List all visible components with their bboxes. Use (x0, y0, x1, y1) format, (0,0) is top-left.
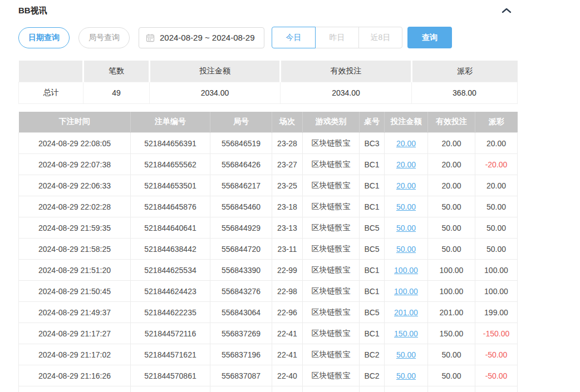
summary-header-row: 笔数 投注金额 有效投注 派彩 (19, 61, 518, 82)
last-8-days-button[interactable]: 近8日 (358, 27, 402, 48)
cell-round-id: 556844929 (210, 217, 272, 239)
cell-round-id: 556846426 (210, 154, 272, 175)
cell-table-no: BC1 (360, 281, 385, 302)
table-row: 2024-08-29 21:59:35521844640641556844929… (19, 217, 518, 239)
cell-round-id: 556837269 (210, 323, 272, 344)
today-button[interactable]: 今日 (272, 27, 316, 48)
cell-game-type: 区块链骰宝 (303, 365, 360, 386)
search-button[interactable]: 查询 (407, 27, 452, 48)
cell-bet-amount: 201.00 (385, 302, 428, 323)
bet-amount-link[interactable]: 50.00 (396, 202, 416, 211)
cell-game-type: 区块链骰宝 (303, 302, 360, 323)
summary-total-payout: 368.00 (412, 82, 518, 103)
bet-amount-link[interactable]: 100.00 (394, 266, 418, 275)
cell-session: 22-96 (272, 302, 303, 323)
cell-valid-bet: 150.00 (428, 323, 475, 344)
cell-valid-bet: 20.00 (428, 175, 475, 196)
cell-valid-bet: 100.00 (428, 281, 475, 302)
records-header-valid-bet: 有效投注 (428, 112, 475, 133)
date-range-input[interactable]: 2024-08-29 ~ 2024-08-29 (139, 27, 264, 48)
cell-bet-id: 521844638442 (131, 239, 210, 260)
round-query-tab[interactable]: 局号查询 (78, 27, 130, 48)
bet-amount-link[interactable]: 100.00 (394, 287, 418, 296)
records-header-row: 下注时间 注单编号 局号 场次 游戏类别 桌号 投注金额 有效投注 派彩 (19, 112, 518, 133)
table-row: 2024-08-29 21:49:37521844622235556843064… (19, 302, 518, 323)
quick-range-group: 今日 昨日 近8日 (272, 27, 402, 48)
cell-round-id: 556846519 (210, 133, 272, 154)
table-row: 2024-08-29 21:17:02521844571621556837196… (19, 344, 518, 365)
cell-time: 2024-08-29 21:16:26 (19, 365, 131, 386)
cell-table-no: BC1 (360, 260, 385, 281)
table-row-partial (19, 386, 518, 392)
summary-total-count: 49 (83, 82, 150, 103)
cell-bet-id: 521844625534 (131, 260, 210, 281)
bet-amount-link[interactable]: 50.00 (396, 371, 416, 380)
table-row: 2024-08-29 21:58:25521844638442556844720… (19, 239, 518, 260)
cell-time: 2024-08-29 22:07:38 (19, 154, 131, 175)
cell-bet-id: 521844645876 (131, 196, 210, 217)
cell-bet-amount: 50.00 (385, 365, 428, 386)
bet-amount-link[interactable]: 20.00 (396, 139, 416, 148)
cell-game-type: 区块链骰宝 (303, 154, 360, 175)
records-header-time: 下注时间 (19, 112, 131, 133)
summary-total-valid-bet: 2034.00 (281, 82, 412, 103)
calendar-icon (146, 33, 155, 42)
cell-valid-bet (428, 386, 475, 392)
cell-session: 22-40 (272, 365, 303, 386)
bet-amount-link[interactable]: 50.00 (396, 350, 416, 359)
table-row: 2024-08-29 21:16:26521844570861556837087… (19, 365, 518, 386)
cell-round-id: 556843064 (210, 302, 272, 323)
cell-bet-amount: 50.00 (385, 239, 428, 260)
chevron-up-icon[interactable] (502, 7, 512, 14)
cell-payout: 100.00 (475, 260, 518, 281)
table-row: 2024-08-29 22:08:05521844656391556846519… (19, 133, 518, 154)
cell-valid-bet: 50.00 (428, 365, 475, 386)
cell-payout: 20.00 (475, 133, 518, 154)
cell-time: 2024-08-29 21:49:37 (19, 302, 131, 323)
cell-table-no: BC1 (360, 154, 385, 175)
cell-game-type: 区块链骰宝 (303, 175, 360, 196)
cell-valid-bet: 50.00 (428, 239, 475, 260)
cell-bet-amount: 50.00 (385, 344, 428, 365)
cell-session: 23-18 (272, 196, 303, 217)
cell-bet-amount: 20.00 (385, 154, 428, 175)
cell-time: 2024-08-29 21:17:02 (19, 344, 131, 365)
filter-bar: 日期查询 局号查询 2024-08-29 ~ 2024-08-29 今日 (18, 27, 517, 48)
summary-total-row: 总计 49 2034.00 2034.00 368.00 (19, 82, 518, 103)
cell-game-type: 区块链骰宝 (303, 196, 360, 217)
cell-table-no: BC1 (360, 323, 385, 344)
bet-amount-link[interactable]: 201.00 (394, 308, 418, 317)
cell-bet-amount (385, 386, 428, 392)
cell-bet-id: 521844640641 (131, 217, 210, 239)
bet-amount-link[interactable]: 20.00 (396, 181, 416, 190)
records-header-payout: 派彩 (475, 112, 518, 133)
cell-table-no: BC3 (360, 133, 385, 154)
cell-bet-id (131, 386, 210, 392)
cell-valid-bet: 201.00 (428, 302, 475, 323)
table-row: 2024-08-29 22:02:28521844645876556845460… (19, 196, 518, 217)
cell-session: 23-13 (272, 217, 303, 239)
yesterday-button[interactable]: 昨日 (315, 27, 359, 48)
cell-valid-bet: 20.00 (428, 133, 475, 154)
summary-header-valid-bet: 有效投注 (281, 61, 412, 82)
bet-amount-link[interactable]: 50.00 (396, 224, 416, 232)
table-row: 2024-08-29 22:06:33521844653501556846217… (19, 175, 518, 196)
bb-video-panel: BB视讯 日期查询 局号查询 (0, 0, 517, 392)
bet-amount-link[interactable]: 20.00 (396, 160, 416, 169)
cell-table-no: BC5 (360, 217, 385, 239)
cell-bet-amount: 100.00 (385, 260, 428, 281)
summary-total-label: 总计 (19, 82, 83, 103)
cell-valid-bet: 50.00 (428, 196, 475, 217)
cell-payout: 50.00 (475, 217, 518, 239)
cell-game-type: 区块链骰宝 (303, 281, 360, 302)
cell-valid-bet: 100.00 (428, 260, 475, 281)
cell-time: 2024-08-29 22:08:05 (19, 133, 131, 154)
cell-session (272, 386, 303, 392)
bet-amount-link[interactable]: 150.00 (394, 329, 418, 338)
cell-session: 23-25 (272, 175, 303, 196)
cell-game-type: 区块链骰宝 (303, 260, 360, 281)
date-query-tab[interactable]: 日期查询 (18, 27, 70, 48)
bet-amount-link[interactable]: 50.00 (396, 245, 416, 254)
cell-game-type: 区块链骰宝 (303, 133, 360, 154)
summary-header-bet-amount: 投注金额 (150, 61, 281, 82)
